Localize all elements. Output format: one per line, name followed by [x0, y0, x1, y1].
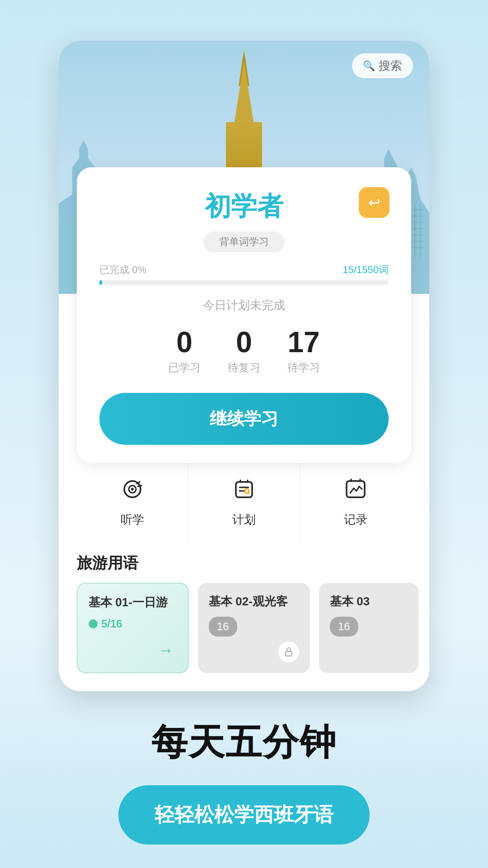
course-card-1[interactable]: 基本 01-一日游 5/16 →: [77, 583, 189, 673]
search-icon: 🔍: [363, 60, 375, 72]
vocab-badge: 背单词学习: [203, 231, 285, 252]
stat-review: 0 待复习: [228, 328, 260, 375]
continue-button[interactable]: 继续学习: [99, 393, 389, 445]
progress-bar: [99, 280, 389, 285]
progress-right: 15/1550词: [343, 263, 389, 277]
course-1-title: 基本 01-一日游: [89, 594, 177, 610]
phone-frame: 10: [59, 41, 429, 691]
back-button[interactable]: ↩: [359, 187, 389, 218]
stat-review-label: 待复习: [228, 360, 260, 375]
stat-learned: 0 已学习: [168, 328, 201, 375]
course-card-2[interactable]: 基本 02-观光客 16: [198, 583, 310, 673]
menu-area: 听学 计划: [77, 463, 411, 542]
course-2-lock-icon: [278, 642, 299, 662]
stat-learned-label: 已学习: [168, 360, 201, 375]
course-2-title: 基本 02-观光客: [209, 594, 299, 609]
course-3-title: 基本 03: [330, 594, 408, 609]
search-label: 搜索: [379, 58, 402, 74]
menu-record-label: 记录: [344, 512, 367, 528]
phone-area: 10: [0, 0, 488, 691]
course-2-badge: 16: [209, 617, 237, 637]
menu-item-listen[interactable]: 听学: [77, 463, 188, 542]
stat-review-num: 0: [228, 328, 260, 357]
bottom-cta[interactable]: 轻轻松松学西班牙语: [118, 785, 370, 844]
plan-icon: [232, 477, 256, 506]
bottom-section: 每天五分钟 轻轻松松学西班牙语: [91, 691, 397, 868]
menu-item-plan[interactable]: 计划: [188, 463, 300, 542]
bottom-title: 每天五分钟: [151, 718, 337, 767]
record-icon: [344, 477, 367, 506]
main-card: ↩ 初学者 背单词学习 已完成 0% 15/1550词 今日计划未完成 0 已学…: [77, 167, 411, 463]
course-card-3[interactable]: 基本 03 16: [319, 583, 418, 673]
svg-line-43: [248, 492, 249, 494]
stat-learned-num: 0: [168, 328, 201, 357]
search-button[interactable]: 🔍 搜索: [352, 53, 413, 78]
course-1-arrow: →: [155, 639, 177, 661]
progress-left: 已完成 0%: [99, 263, 146, 277]
stat-pending: 17 待学习: [287, 328, 320, 375]
stat-pending-label: 待学习: [287, 360, 320, 375]
menu-plan-label: 计划: [232, 512, 256, 528]
menu-listen-label: 听学: [121, 512, 144, 528]
svg-rect-39: [236, 482, 252, 497]
progress-fill: [99, 280, 102, 285]
menu-item-record[interactable]: 记录: [300, 463, 411, 542]
courses-row: 基本 01-一日游 5/16 → 基本 02-观光客 16: [59, 583, 429, 691]
card-title: 初学者: [99, 189, 389, 224]
stat-pending-num: 17: [287, 328, 320, 357]
listen-icon: [121, 477, 144, 506]
progress-row: 已完成 0% 15/1550词: [99, 263, 389, 277]
section-title: 旅游用语: [77, 553, 411, 574]
course-1-progress: 5/16: [89, 618, 177, 630]
stats-row: 0 已学习 0 待复习 17 待学习: [99, 328, 389, 375]
svg-point-38: [131, 488, 134, 491]
course-1-progress-text: 5/16: [101, 618, 122, 630]
course-3-badge: 16: [330, 617, 358, 637]
course-1-dot: [89, 619, 98, 628]
svg-rect-49: [286, 651, 292, 656]
today-plan: 今日计划未完成: [99, 297, 389, 313]
